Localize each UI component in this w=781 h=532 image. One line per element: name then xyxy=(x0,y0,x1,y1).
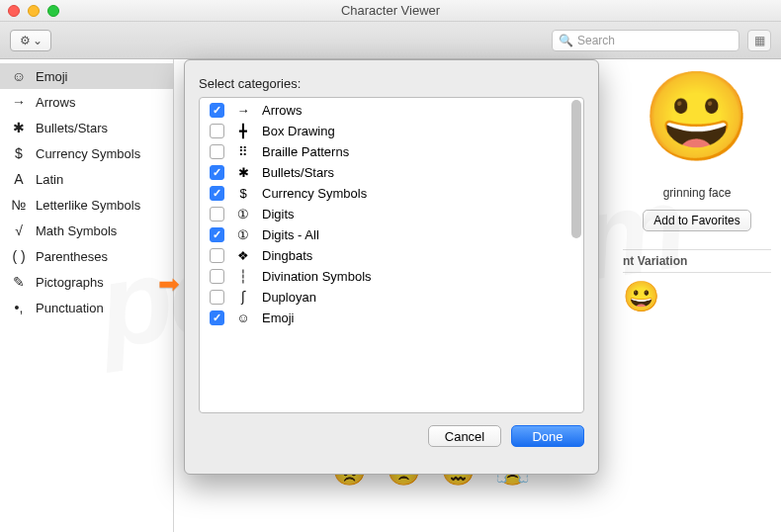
sidebar-item-label: Math Symbols xyxy=(36,223,117,238)
sidebar-item-currency-symbols[interactable]: $Currency Symbols xyxy=(0,140,173,166)
category-icon: ✱ xyxy=(10,120,28,135)
category-label: Arrows xyxy=(262,103,302,118)
category-icon: ☺ xyxy=(10,68,28,84)
sidebar-item-arrows[interactable]: →Arrows xyxy=(0,89,173,115)
toolbar: ⚙ ⌄ 🔍 Search ▦ xyxy=(0,22,781,59)
sidebar-item-latin[interactable]: ALatin xyxy=(0,166,173,192)
sheet-heading: Select categories: xyxy=(199,76,584,91)
category-icon: ① xyxy=(234,227,252,242)
variation-heading: nt Variation xyxy=(623,249,771,273)
category-icon: ⠿ xyxy=(234,144,252,159)
sidebar-item-label: Emoji xyxy=(36,69,68,84)
sidebar-item-emoji[interactable]: ☺Emoji xyxy=(0,63,173,89)
category-icon: ① xyxy=(234,207,252,222)
sidebar: ☺Emoji→Arrows✱Bullets/Stars$Currency Sym… xyxy=(0,59,174,532)
category-row[interactable]: ⠿Braille Patterns xyxy=(200,141,583,162)
category-row[interactable]: ┆Divination Symbols xyxy=(200,266,583,287)
checkbox[interactable] xyxy=(210,207,224,222)
add-to-favorites-button[interactable]: Add to Favorites xyxy=(643,210,750,231)
checkbox[interactable] xyxy=(210,144,224,159)
category-icon: √ xyxy=(10,222,28,238)
annotation-arrow-icon: ➡ xyxy=(158,269,180,300)
category-row[interactable]: ╋Box Drawing xyxy=(200,121,583,141)
category-label: Braille Patterns xyxy=(262,144,349,159)
category-row[interactable]: ①Digits - All xyxy=(200,224,583,245)
category-label: Currency Symbols xyxy=(262,186,367,201)
categories-sheet: Select categories: →Arrows╋Box Drawing⠿B… xyxy=(184,59,599,475)
category-icon: → xyxy=(234,103,252,118)
checkbox[interactable] xyxy=(210,124,224,138)
checkbox[interactable] xyxy=(210,248,224,263)
category-icon: A xyxy=(10,171,28,187)
preview-name: grinning face xyxy=(623,186,771,200)
cancel-button[interactable]: Cancel xyxy=(428,425,501,447)
category-label: Digits - All xyxy=(262,227,319,242)
sidebar-item-letterlike-symbols[interactable]: №Letterlike Symbols xyxy=(0,192,173,218)
sidebar-item-label: Currency Symbols xyxy=(36,146,140,161)
settings-button[interactable]: ⚙ ⌄ xyxy=(10,30,51,51)
category-label: Dingbats xyxy=(262,248,312,263)
category-label: Divination Symbols xyxy=(262,269,372,284)
category-label: Bullets/Stars xyxy=(262,165,334,180)
sidebar-item-pictographs[interactable]: ✎Pictographs xyxy=(0,269,173,295)
grid-toggle-button[interactable]: ▦ xyxy=(747,30,771,51)
preview-panel: 😀 grinning face Add to Favorites nt Vari… xyxy=(613,59,781,327)
done-button[interactable]: Done xyxy=(511,425,584,447)
search-icon: 🔍 xyxy=(559,34,573,47)
checkbox[interactable] xyxy=(210,186,224,201)
sidebar-item-label: Letterlike Symbols xyxy=(36,198,140,213)
category-row[interactable]: ❖Dingbats xyxy=(200,245,583,266)
gear-icon: ⚙ xyxy=(20,34,31,47)
window-title: Character Viewer xyxy=(0,3,781,18)
sidebar-item-label: Latin xyxy=(36,172,63,187)
category-label: Duployan xyxy=(262,290,316,305)
sidebar-item-label: Parentheses xyxy=(36,249,108,264)
category-icon: № xyxy=(10,197,28,213)
category-list[interactable]: →Arrows╋Box Drawing⠿Braille Patterns✱Bul… xyxy=(199,97,584,413)
sidebar-item-label: Bullets/Stars xyxy=(36,121,108,135)
category-icon: •, xyxy=(10,300,28,315)
category-row[interactable]: ✱Bullets/Stars xyxy=(200,162,583,183)
category-icon: ☺ xyxy=(234,310,252,325)
checkbox[interactable] xyxy=(210,227,224,242)
chevron-down-icon: ⌄ xyxy=(33,34,43,47)
search-placeholder: Search xyxy=(577,34,615,47)
checkbox[interactable] xyxy=(210,290,224,305)
category-icon: $ xyxy=(234,186,252,201)
category-icon: ( ) xyxy=(10,248,28,264)
category-row[interactable]: ☺Emoji xyxy=(200,308,583,328)
category-label: Digits xyxy=(262,207,295,222)
sidebar-item-label: Arrows xyxy=(36,95,75,110)
category-icon: ʃ xyxy=(234,290,252,305)
grid-icon: ▦ xyxy=(754,34,765,47)
sidebar-item-parentheses[interactable]: ( )Parentheses xyxy=(0,243,173,269)
sidebar-item-bullets-stars[interactable]: ✱Bullets/Stars xyxy=(0,115,173,140)
category-label: Box Drawing xyxy=(262,124,335,138)
sidebar-item-label: Punctuation xyxy=(36,301,104,315)
preview-emoji: 😀 xyxy=(623,73,771,160)
category-icon: $ xyxy=(10,145,28,161)
variation-emoji: 😀 xyxy=(623,279,771,313)
category-row[interactable]: →Arrows xyxy=(200,100,583,121)
category-row[interactable]: $Currency Symbols xyxy=(200,183,583,204)
category-label: Emoji xyxy=(262,310,295,325)
category-icon: ✎ xyxy=(10,274,28,290)
scrollbar[interactable] xyxy=(571,100,581,238)
category-icon: ┆ xyxy=(234,269,252,284)
checkbox[interactable] xyxy=(210,269,224,284)
category-row[interactable]: ①Digits xyxy=(200,204,583,224)
category-icon: ✱ xyxy=(234,165,252,180)
sidebar-item-math-symbols[interactable]: √Math Symbols xyxy=(0,218,173,243)
checkbox[interactable] xyxy=(210,103,224,118)
search-input[interactable]: 🔍 Search xyxy=(552,30,739,51)
checkbox[interactable] xyxy=(210,165,224,180)
category-icon: ❖ xyxy=(234,248,252,263)
sidebar-item-punctuation[interactable]: •,Punctuation xyxy=(0,295,173,320)
sidebar-item-label: Pictographs xyxy=(36,275,104,290)
category-icon: → xyxy=(10,94,28,110)
category-row[interactable]: ʃDuployan xyxy=(200,287,583,308)
checkbox[interactable] xyxy=(210,310,224,325)
category-icon: ╋ xyxy=(234,124,252,138)
titlebar: Character Viewer xyxy=(0,0,781,22)
